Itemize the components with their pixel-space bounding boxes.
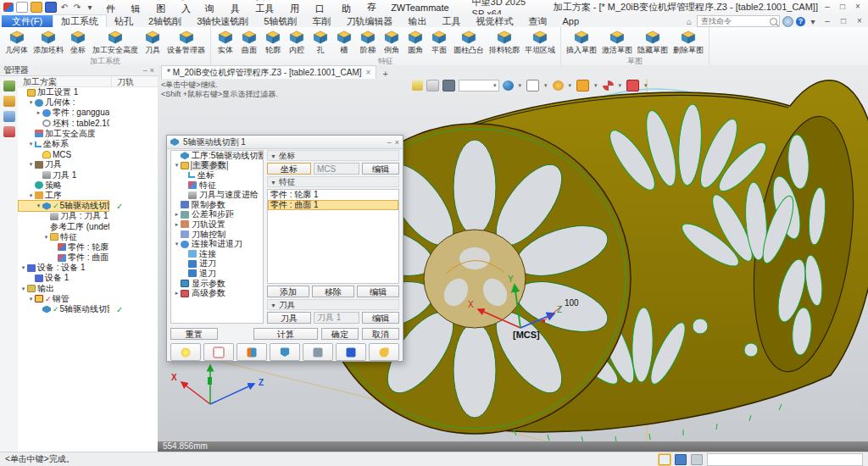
ribbon-button[interactable]: 刀具 <box>141 29 164 57</box>
ribbon-button[interactable]: 隐藏草图 <box>635 29 670 57</box>
ribbon-button[interactable]: 圆角 <box>403 29 427 57</box>
dialog-tree-item[interactable]: 进刀 <box>171 259 263 269</box>
ribbon-tab[interactable]: 工具 <box>434 15 468 27</box>
dialog-tree-item[interactable]: 连接 <box>171 249 263 259</box>
expander-icon[interactable]: ▾ <box>27 161 35 168</box>
tool-pick-button[interactable]: 刀具 <box>267 312 311 324</box>
section-dropdown-icon[interactable]: ▾ <box>567 82 574 89</box>
ribbon-button[interactable]: 倒角 <box>380 29 403 57</box>
tree-item[interactable]: ✓5轴驱动线切割 1✓ <box>18 304 158 314</box>
ribbon-button[interactable]: 几何体 <box>3 29 31 57</box>
tool-value-field[interactable] <box>314 312 359 324</box>
expander-icon[interactable]: ▾ <box>27 141 35 147</box>
ribbon-button[interactable]: 平坦区域 <box>522 29 558 57</box>
ribbon-button[interactable]: 轮廓 <box>261 29 285 57</box>
dialog-tree-item[interactable]: ▸高级参数 <box>171 288 263 298</box>
ribbon-tab[interactable]: 加工系统 <box>53 14 107 27</box>
expander-icon[interactable]: ▾ <box>19 286 27 292</box>
expander-icon[interactable]: ▾ <box>173 241 181 247</box>
clamp-dropdown-icon[interactable]: ▾ <box>643 82 649 89</box>
ribbon-button[interactable]: 内腔 <box>285 29 309 57</box>
clamp-display-icon[interactable] <box>626 80 639 92</box>
feature-list-item[interactable]: 零件 : 曲面 1 <box>268 200 398 210</box>
ok-button[interactable]: 确定 <box>321 328 359 340</box>
expander-icon[interactable]: ▾ <box>42 234 50 241</box>
view-combo-input[interactable] <box>459 80 492 91</box>
new-file-icon[interactable] <box>16 2 28 13</box>
dialog-tree-item[interactable]: 刀轴控制 <box>171 230 263 240</box>
undo-icon[interactable]: ↶ <box>59 3 70 12</box>
qat-dropdown-icon[interactable]: ▾ <box>85 3 95 12</box>
ribbon-button[interactable]: 曲面 <box>237 29 261 57</box>
panel-toggle-icon[interactable] <box>691 454 703 465</box>
ribbon-tab[interactable]: 钻孔 <box>107 15 141 27</box>
section-view-icon[interactable] <box>553 80 564 91</box>
ribbon-tab[interactable]: 2轴铣削 <box>141 15 189 27</box>
dialog-tree-item[interactable]: 工序:5轴驱动线切割 <box>171 151 263 161</box>
tree-item[interactable]: ▾坐标系 <box>18 139 158 149</box>
ribbon-button[interactable]: 删除草图 <box>670 29 706 57</box>
document-tab-close-icon[interactable]: × <box>366 68 371 77</box>
expander-icon[interactable]: ▸ <box>173 290 181 297</box>
ribbon-tab[interactable]: 刀轨编辑器 <box>338 15 400 27</box>
dialog-tree-item[interactable]: ▾主要参数 <box>171 161 263 171</box>
dialog-tree-item[interactable]: ▾连接和进退刀 <box>171 239 263 249</box>
ribbon-button[interactable]: 平面 <box>427 29 451 57</box>
ribbon-tab[interactable]: 5轴铣削 <box>256 15 304 27</box>
feature-section-header[interactable]: ▼特征 <box>267 176 399 187</box>
dialog-tree-item[interactable]: ▸刀轨设置 <box>171 219 263 230</box>
dialog-tree-item[interactable]: 坐标 <box>171 170 263 180</box>
ribbon-button[interactable]: 圆柱凸台 <box>451 29 487 57</box>
csys-dropdown-icon[interactable]: ▾ <box>617 82 624 89</box>
csys-display-icon[interactable] <box>603 80 614 91</box>
online-icon[interactable] <box>782 16 793 27</box>
status-input[interactable] <box>707 453 863 466</box>
side-tab-visual-icon[interactable] <box>3 80 15 92</box>
expander-icon[interactable]: ▾ <box>19 264 27 271</box>
dialog-close-icon[interactable]: × <box>395 138 399 147</box>
ribbon-button[interactable]: 坐标 <box>66 29 90 57</box>
restore-icon[interactable] <box>369 343 399 361</box>
dialog-tree-item[interactable]: 显示参数 <box>171 279 263 289</box>
help-icon[interactable]: ? <box>796 17 805 26</box>
doc-restore-button[interactable]: □ <box>837 16 850 27</box>
open-file-icon[interactable] <box>31 2 42 13</box>
display-mode-icon[interactable] <box>675 454 687 465</box>
dialog-tree-item[interactable]: ▸公差和步距 <box>171 210 263 220</box>
ribbon-tab[interactable]: 查询 <box>520 15 554 27</box>
ribbon-tab[interactable]: 3轴快速铣削 <box>189 15 256 27</box>
add-feature-button[interactable]: 添加 <box>267 286 309 297</box>
document-tab[interactable]: * M_20iB变位机焊管理程序.Z3 - [table2.1001_CAM] … <box>161 65 376 79</box>
close-button[interactable]: × <box>851 2 865 13</box>
ribbon-button[interactable]: 激活草图 <box>599 29 635 57</box>
column-header-toolpath[interactable]: 刀轨 <box>111 76 158 86</box>
coord-value-field[interactable] <box>314 163 359 175</box>
ribbon-tab[interactable]: 输出 <box>400 15 434 27</box>
style-brush-icon[interactable] <box>426 80 439 92</box>
home-icon[interactable]: ⌂ <box>684 17 694 26</box>
manager-close-icon[interactable]: × <box>150 66 154 75</box>
edit-feature-button[interactable]: 编辑 <box>357 286 399 297</box>
view-dropdown-icon[interactable]: ▾ <box>542 82 549 89</box>
new-document-tab[interactable]: + <box>376 69 393 79</box>
manager-pin-icon[interactable]: – <box>143 66 147 75</box>
tool-edit-button[interactable]: 编辑 <box>362 312 399 324</box>
reset-button[interactable]: 重置 <box>170 328 218 340</box>
ribbon-tab[interactable]: 视觉样式 <box>468 15 520 27</box>
simulate-icon[interactable] <box>303 343 333 361</box>
3d-viewport[interactable]: X Y Z [MCS] 100 X Y Z <单击中键>继续.<Shift <box>158 79 868 441</box>
annotate-icon[interactable] <box>203 343 234 361</box>
ribbon-button[interactable]: 槽 <box>332 29 356 57</box>
dialog-tree-item[interactable]: 限制参数 <box>171 200 263 210</box>
doc-minimize-button[interactable]: – <box>821 16 834 27</box>
verify-icon[interactable] <box>270 343 300 361</box>
expander-icon[interactable]: ▾ <box>27 99 35 106</box>
toolpath-icon[interactable] <box>236 343 267 361</box>
dialog-titlebar[interactable]: 5轴驱动线切割 1 – × <box>167 136 403 149</box>
coord-edit-button[interactable]: 编辑 <box>362 163 399 175</box>
coord-section-header[interactable]: ▼坐标 <box>267 150 399 161</box>
ribbon-button[interactable]: 阶梯 <box>356 29 380 57</box>
zoom-dropdown-icon[interactable]: ▾ <box>593 82 599 89</box>
doc-close-button[interactable]: × <box>853 16 866 27</box>
ribbon-tab[interactable]: 车削 <box>304 15 338 27</box>
